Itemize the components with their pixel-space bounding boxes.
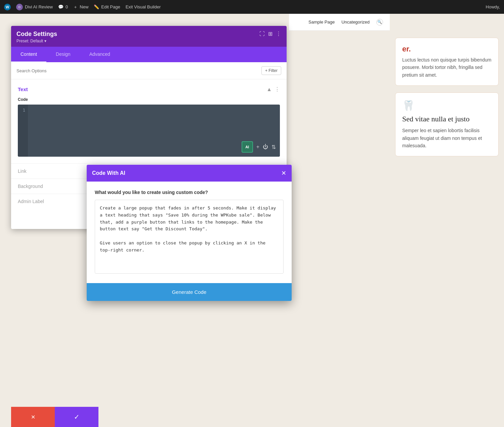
code-label: Code — [18, 97, 280, 102]
section-more-icon[interactable]: ⋮ — [275, 86, 280, 92]
nav-sample-page[interactable]: Sample Page — [308, 20, 335, 25]
add-code-button[interactable]: + — [256, 144, 259, 150]
tab-advanced[interactable]: Advanced — [80, 47, 120, 62]
panel-preset[interactable]: Preset: Default ▾ — [16, 39, 57, 43]
save-button[interactable]: ✓ — [55, 407, 98, 427]
panel-search: + Filter — [11, 62, 287, 79]
ai-modal: Code With AI ✕ What would you like to cr… — [87, 165, 292, 301]
more-icon[interactable]: ⋮ — [276, 31, 281, 37]
panel-content: Text ▲ ⋮ Code 1 AI + — [11, 79, 287, 163]
content-card-2: 🦷 Sed vitae nulla et justo Semper leo et… — [395, 92, 499, 156]
filter-button[interactable]: + Filter — [261, 66, 281, 75]
card-red-text: er. — [402, 45, 492, 53]
ai-button[interactable]: AI — [242, 141, 253, 153]
collapse-icon[interactable]: ▲ — [266, 86, 272, 92]
ai-modal-footer: Generate Code — [87, 283, 292, 301]
exit-builder-button[interactable]: Exit Visual Builder — [126, 4, 161, 9]
bottom-action-bar: ✕ ✓ — [11, 407, 98, 427]
code-editor[interactable]: 1 AI + ⏻ ⇅ — [18, 105, 280, 157]
ai-modal-question: What would you like to create using cust… — [95, 190, 284, 195]
expand-icon[interactable]: ⛶ — [259, 31, 265, 37]
right-content-area: er. Luctus lectus non quisque turpis bib… — [390, 14, 504, 427]
site-icon: D — [16, 4, 23, 10]
card-title-2: Sed vitae nulla et justo — [402, 115, 492, 123]
section-header: Text ▲ ⋮ — [18, 86, 280, 92]
comments-link[interactable]: 💬 0 — [58, 4, 68, 9]
sort-button[interactable]: ⇅ — [271, 144, 276, 150]
ai-modal-header: Code With AI ✕ — [87, 165, 292, 182]
site-nav: Sample Page Uncategorized 🔍 — [289, 14, 390, 31]
card-body-1: Luctus lectus non quisque turpis bibendu… — [402, 56, 492, 79]
panel-header: Code Settings Preset: Default ▾ ⛶ ⊞ ⋮ — [11, 26, 287, 47]
search-options-input[interactable] — [16, 68, 258, 73]
search-icon[interactable]: 🔍 — [376, 19, 383, 26]
power-button[interactable]: ⏻ — [263, 144, 268, 150]
tooth-icon: 🦷 — [402, 100, 492, 111]
edit-page-button[interactable]: ✏️ Edit Page — [94, 4, 120, 9]
code-toolbar: AI + ⏻ ⇅ — [242, 141, 276, 153]
tab-content[interactable]: Content — [11, 47, 46, 62]
section-header-icons: ▲ ⋮ — [266, 86, 280, 92]
layout-icon[interactable]: ⊞ — [268, 31, 272, 37]
admin-bar: W D Divi AI Review 💬 0 ＋ New ✏️ Edit Pag… — [0, 0, 504, 14]
cancel-button[interactable]: ✕ — [11, 407, 55, 427]
site-name[interactable]: D Divi AI Review — [16, 4, 53, 10]
card-body-2: Semper leo et sapien lobortis facilisis … — [402, 127, 492, 149]
new-button[interactable]: ＋ New — [73, 4, 88, 10]
ai-modal-title: Code With AI — [92, 170, 125, 176]
nav-uncategorized[interactable]: Uncategorized — [341, 20, 370, 25]
ai-modal-close-button[interactable]: ✕ — [281, 169, 286, 177]
content-card-1: er. Luctus lectus non quisque turpis bib… — [395, 38, 499, 86]
tab-design[interactable]: Design — [46, 47, 80, 62]
howdy-text: Howdy, — [486, 4, 500, 9]
section-title: Text — [18, 86, 28, 92]
ai-modal-body: What would you like to create using cust… — [87, 182, 292, 283]
panel-header-icons: ⛶ ⊞ ⋮ — [259, 31, 281, 37]
ai-modal-textarea[interactable]: Create a large popup that fades in after… — [95, 200, 284, 274]
generate-code-button[interactable]: Generate Code — [87, 283, 292, 301]
wordpress-icon[interactable]: W — [4, 4, 11, 10]
panel-tabs: Content Design Advanced — [11, 47, 287, 62]
line-numbers: 1 — [18, 105, 28, 157]
panel-title: Code Settings — [16, 31, 57, 38]
